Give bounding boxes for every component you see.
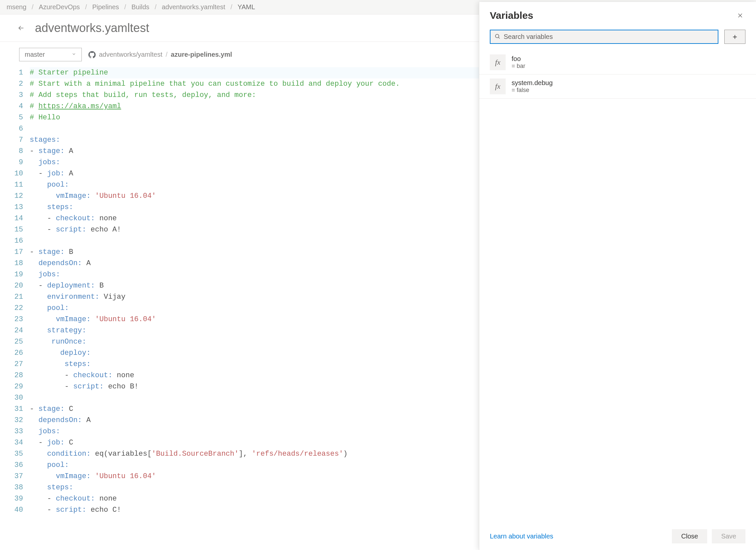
svg-point-0 <box>495 34 499 38</box>
page-title: adventworks.yamltest <box>35 21 149 35</box>
variables-panel: Variables fxfoo= barfxsystem.debug= fals… <box>479 2 756 550</box>
fx-icon: fx <box>490 79 506 94</box>
chevron-down-icon <box>72 52 76 57</box>
path-separator: / <box>166 51 168 58</box>
line-gutter: 1234567891011121314151617181920212223242… <box>10 67 30 516</box>
breadcrumb-item[interactable]: Builds <box>131 3 149 11</box>
variable-value: = false <box>512 87 553 94</box>
github-icon <box>88 51 96 58</box>
branch-select[interactable]: master <box>19 48 82 61</box>
search-icon <box>494 33 500 40</box>
breadcrumb-item[interactable]: mseng <box>7 3 26 11</box>
variables-list: fxfoo= barfxsystem.debug= false <box>479 50 756 523</box>
variable-name: foo <box>512 55 525 63</box>
repo-name[interactable]: adventworks/yamltest <box>99 51 162 58</box>
panel-title: Variables <box>490 10 533 21</box>
variable-value: = bar <box>512 63 525 70</box>
learn-link[interactable]: Learn about variables <box>490 533 553 540</box>
close-button[interactable]: Close <box>672 529 707 543</box>
fx-icon: fx <box>490 54 506 70</box>
breadcrumb-item[interactable]: AzureDevOps <box>39 3 80 11</box>
search-input-container[interactable] <box>490 30 718 44</box>
close-icon[interactable] <box>735 10 745 21</box>
variable-name: system.debug <box>512 79 553 87</box>
breadcrumb-item[interactable]: YAML <box>237 3 255 11</box>
search-input[interactable] <box>504 33 714 41</box>
breadcrumb-separator: / <box>155 3 157 11</box>
breadcrumb-item[interactable]: adventworks.yamltest <box>162 3 225 11</box>
variable-item[interactable]: fxsystem.debug= false <box>479 75 756 99</box>
back-arrow-icon[interactable] <box>16 23 26 33</box>
repo-path: adventworks/yamltest / azure-pipelines.y… <box>88 51 232 58</box>
add-variable-button[interactable] <box>724 30 745 44</box>
variable-item[interactable]: fxfoo= bar <box>479 50 756 75</box>
branch-label: master <box>25 51 45 58</box>
breadcrumb-separator: / <box>85 3 87 11</box>
breadcrumb-separator: / <box>32 3 34 11</box>
breadcrumb-separator: / <box>124 3 126 11</box>
file-name: azure-pipelines.yml <box>171 51 232 58</box>
breadcrumb-item[interactable]: Pipelines <box>92 3 119 11</box>
save-button[interactable]: Save <box>712 529 745 543</box>
breadcrumb-separator: / <box>231 3 233 11</box>
